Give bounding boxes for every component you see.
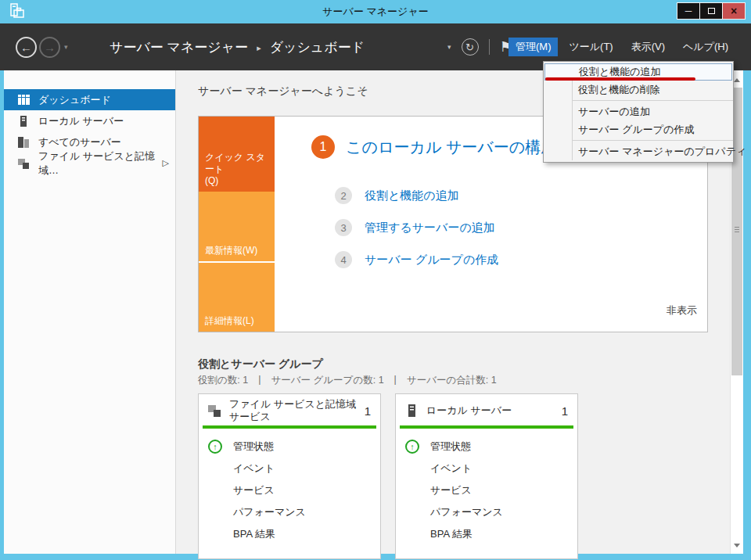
welcome-heading: サーバー マネージャーへようこそ <box>198 84 368 99</box>
sidebar-item-label: ファイル サービスと記憶域… <box>38 149 175 178</box>
sidebar-item-dashboard[interactable]: ダッシュボード <box>4 89 175 110</box>
red-annotation-underline <box>545 77 695 81</box>
breadcrumb-dropdown-caret-icon[interactable]: ▾ <box>447 43 451 51</box>
card-header[interactable]: ローカル サーバー 1 <box>400 396 573 429</box>
menu-separator <box>573 140 733 141</box>
role-group-cards: ファイル サービスと記憶域サービス 1 ↑ 管理状態 イベント サービス <box>198 393 578 559</box>
roles-stats: 役割の数: 1 | サーバー グループの数: 1 | サーバーの合計数: 1 <box>198 374 497 387</box>
sidebar-item-local-server[interactable]: ローカル サーバー <box>4 110 175 131</box>
card-row-manageability[interactable]: ↑ 管理状態 <box>396 436 577 458</box>
header-tools: ▾ ↻ ⚑ <box>447 23 512 70</box>
menu-item-create-server-group[interactable]: サーバー グループの作成 <box>544 120 733 138</box>
card-file-storage-services: ファイル サービスと記憶域サービス 1 ↑ 管理状態 イベント サービス <box>198 393 381 559</box>
breadcrumb-root[interactable]: サーバー マネージャー <box>110 38 248 56</box>
card-row-events[interactable]: イベント <box>199 458 380 479</box>
menu-item-remove-roles-features[interactable]: 役割と機能の削除 <box>544 81 733 99</box>
menu-view[interactable]: 表示(V) <box>624 38 672 56</box>
card-row-label: 管理状態 <box>233 440 274 454</box>
tab-whats-new[interactable]: 最新情報(W) <box>199 192 275 261</box>
step-number-badge: 4 <box>335 251 352 268</box>
tab-label: 最新情報(W) <box>205 245 257 257</box>
status-up-arrow-icon: ↑ <box>208 440 222 454</box>
step-link[interactable]: このローカル サーバーの構成 <box>346 137 556 158</box>
card-row-label: 管理状態 <box>430 440 471 454</box>
tab-quick-start[interactable]: クイック スタート(Q) <box>199 117 275 192</box>
toolbar-divider <box>489 39 490 55</box>
card-row-services[interactable]: サービス <box>396 479 577 501</box>
expand-arrow-icon[interactable]: ▷ <box>163 158 169 168</box>
card-row-label: BPA 結果 <box>233 527 275 541</box>
card-row-label: パフォーマンス <box>233 505 306 519</box>
card-count: 1 <box>365 404 372 418</box>
nav-history-caret-icon[interactable]: ▾ <box>64 43 68 51</box>
card-row-label: パフォーマンス <box>430 505 503 519</box>
step-configure-local-server[interactable]: 1 このローカル サーバーの構成 <box>311 135 556 159</box>
servers-icon <box>17 137 30 148</box>
sidebar-item-file-storage-services[interactable]: ファイル サービスと記憶域… ▷ <box>4 153 175 174</box>
minimize-button[interactable]: ─ <box>677 2 700 20</box>
step-link[interactable]: サーバー グループの作成 <box>365 253 498 267</box>
card-row-bpa-results[interactable]: BPA 結果 <box>396 523 577 545</box>
card-count: 1 <box>562 404 570 418</box>
close-button[interactable]: × <box>722 2 746 20</box>
sidebar: ダッシュボード ローカル サーバー すべてのサーバー <box>4 70 176 554</box>
maximize-icon <box>708 8 715 14</box>
card-row-performance[interactable]: パフォーマンス <box>199 501 380 523</box>
menu-item-server-manager-properties[interactable]: サーバー マネージャーのプロパティ <box>544 142 733 160</box>
card-row-bpa-results[interactable]: BPA 結果 <box>199 523 380 545</box>
dashboard-icon <box>17 95 30 105</box>
forward-icon[interactable]: → <box>39 37 60 58</box>
card-row-manageability[interactable]: ↑ 管理状態 <box>199 436 380 458</box>
sidebar-item-label: すべてのサーバー <box>38 135 121 149</box>
menu-manage[interactable]: 管理(M) <box>508 38 559 56</box>
breadcrumb-separator-icon: ▸ <box>257 41 261 53</box>
step-number-badge: 2 <box>335 187 352 204</box>
server-icon <box>404 404 419 417</box>
step-number-badge: 1 <box>311 135 335 159</box>
card-header[interactable]: ファイル サービスと記憶域サービス 1 <box>203 396 376 429</box>
stat-divider: | <box>394 374 397 387</box>
breadcrumb: サーバー マネージャー ▸ ダッシュボード <box>110 23 365 70</box>
stat-roles-count: 役割の数: 1 <box>198 374 248 387</box>
menu-help[interactable]: ヘルプ(H) <box>676 38 735 56</box>
manage-menu-popup: 役割と機能の追加 役割と機能の削除 サーバーの追加 サーバー グループの作成 サ… <box>543 61 734 163</box>
file-services-icon <box>17 158 30 169</box>
card-row-label: サービス <box>430 483 472 497</box>
stat-servers-total: サーバーの合計数: 1 <box>407 374 497 387</box>
stat-server-groups-count: サーバー グループの数: 1 <box>271 374 383 387</box>
menu-tools[interactable]: ツール(T) <box>562 38 620 56</box>
card-local-server: ローカル サーバー 1 ↑ 管理状態 イベント サービス <box>395 393 578 559</box>
card-row-label: イベント <box>233 461 275 476</box>
hide-welcome-link[interactable]: 非表示 <box>667 303 697 318</box>
step-number-badge: 3 <box>335 219 352 236</box>
tab-label: 詳細情報(L) <box>205 315 254 327</box>
card-row-services[interactable]: サービス <box>199 479 380 501</box>
file-services-icon <box>207 404 222 417</box>
step-link[interactable]: 管理するサーバーの追加 <box>365 221 495 235</box>
step-add-servers[interactable]: 3 管理するサーバーの追加 <box>335 219 495 236</box>
scroll-down-icon[interactable] <box>731 540 743 551</box>
menu-separator <box>573 100 733 101</box>
step-add-roles-features[interactable]: 2 役割と機能の追加 <box>335 187 459 204</box>
maximize-button[interactable] <box>699 2 723 20</box>
tab-learn-more[interactable]: 詳細情報(L) <box>199 262 275 332</box>
titlebar: サーバー マネージャー ─ × <box>0 0 751 23</box>
back-icon[interactable]: ← <box>16 37 37 58</box>
card-title: ローカル サーバー <box>426 404 555 417</box>
card-row-performance[interactable]: パフォーマンス <box>396 501 577 523</box>
card-row-label: BPA 結果 <box>430 527 473 541</box>
breadcrumb-current[interactable]: ダッシュボード <box>270 38 365 56</box>
scrollbar-grip-icon <box>734 225 740 234</box>
menu-item-add-servers[interactable]: サーバーの追加 <box>544 102 733 120</box>
status-up-arrow-icon: ↑ <box>405 440 419 454</box>
card-row-label: イベント <box>430 461 472 476</box>
refresh-icon[interactable]: ↻ <box>462 38 479 56</box>
tab-label: クイック スタート(Q) <box>205 152 268 187</box>
step-create-server-group[interactable]: 4 サーバー グループの作成 <box>335 251 498 268</box>
stat-divider: | <box>258 374 261 387</box>
server-manager-window: サーバー マネージャー ─ × ← → ▾ サーバー マネージャー ▸ ダッシュ… <box>0 0 751 560</box>
card-row-events[interactable]: イベント <box>396 458 577 479</box>
card-title: ファイル サービスと記憶域サービス <box>229 398 358 422</box>
window-title: サーバー マネージャー <box>0 0 751 23</box>
step-link[interactable]: 役割と機能の追加 <box>365 188 459 203</box>
